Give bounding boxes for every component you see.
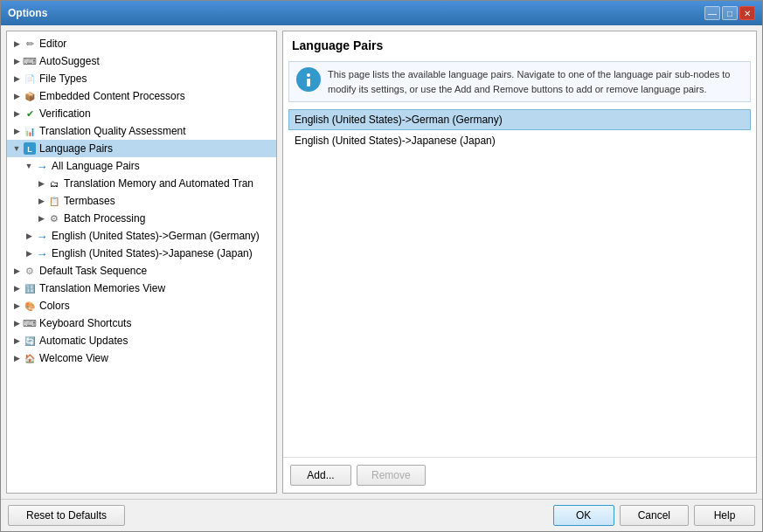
info-text: This page lists the available language p… (328, 67, 743, 96)
expander-verification: ▶ (10, 107, 23, 120)
window-controls: — □ ✕ (704, 6, 755, 20)
expander-tqa: ▶ (10, 125, 23, 137)
tree-label-welcome: Welcome View (39, 352, 108, 364)
panel-title: Language Pairs (292, 38, 747, 52)
expander-keyboard: ▶ (10, 317, 23, 329)
tree-item-tmview[interactable]: ▶ 🔢 Translation Memories View (7, 280, 276, 297)
info-box: This page lists the available language p… (288, 61, 751, 102)
expander-en-ja: ▶ (23, 247, 35, 259)
batch-icon: ⚙ (47, 211, 61, 225)
list-item-en-ja[interactable]: English (United States)->Japanese (Japan… (288, 130, 751, 151)
reset-defaults-button[interactable]: Reset to Defaults (8, 505, 125, 526)
tree-item-langpairs[interactable]: ▼ L Language Pairs (7, 140, 276, 157)
tree-item-editor[interactable]: ▶ Editor (7, 35, 276, 52)
expander-filetypes: ▶ (10, 73, 23, 85)
expander-embedded: ▶ (10, 90, 23, 102)
tree-label-verification: Verification (39, 107, 91, 120)
en-de-icon (35, 229, 49, 243)
alllangpairs-icon (35, 159, 49, 173)
langpairs-icon: L (23, 142, 37, 155)
tree-item-termbases[interactable]: ▶ 📋 Termbases (7, 192, 276, 210)
expander-welcome: ▶ (10, 352, 23, 364)
welcome-icon: 🏠 (23, 351, 37, 365)
tree-item-batch[interactable]: ▶ ⚙ Batch Processing (7, 210, 276, 227)
window-title: Options (8, 7, 47, 19)
tree-item-tqa[interactable]: ▶ 📊 Translation Quality Assessment (7, 122, 276, 140)
tree-item-welcome[interactable]: ▶ 🏠 Welcome View (7, 349, 276, 367)
tree-item-filetypes[interactable]: ▶ 📄 File Types (7, 70, 276, 87)
expander-autosuggest: ▶ (10, 55, 23, 67)
help-button[interactable]: Help (694, 505, 755, 526)
right-panel: Language Pairs This page lists the avail… (282, 31, 757, 494)
embedded-icon: 📦 (23, 89, 37, 103)
content-area: ▶ Editor ▶ ⌨ AutoSuggest ▶ 📄 File Types … (1, 25, 762, 499)
tree-label-en-ja: English (United States)->Japanese (Japan… (52, 247, 253, 259)
add-button[interactable]: Add... (290, 465, 351, 486)
action-buttons: Add... Remove (283, 457, 756, 493)
tqa-icon: 📊 (23, 124, 37, 138)
remove-button[interactable]: Remove (357, 465, 426, 486)
svg-rect-4 (307, 79, 310, 86)
tree-label-colors: Colors (39, 300, 70, 312)
options-window: Options — □ ✕ ▶ Editor ▶ ⌨ AutoSuggest (0, 0, 763, 532)
tree-label-tmview: Translation Memories View (39, 282, 165, 294)
filetypes-icon: 📄 (23, 72, 37, 86)
en-ja-icon (35, 246, 49, 260)
tree-item-colors[interactable]: ▶ 🎨 Colors (7, 297, 276, 314)
termbases-icon: 📋 (47, 194, 61, 208)
expander-en-de: ▶ (23, 230, 35, 242)
info-icon (296, 67, 321, 92)
right-header: Language Pairs (283, 31, 756, 61)
language-pairs-list: English (United States)->German (Germany… (283, 109, 756, 457)
verification-icon: ✔ (23, 107, 37, 121)
tree-label-tm: Translation Memory and Automated Tran (64, 177, 253, 190)
tree-item-verification[interactable]: ▶ ✔ Verification (7, 105, 276, 122)
tree-label-keyboard: Keyboard Shortcuts (39, 317, 131, 329)
ok-button[interactable]: OK (553, 505, 614, 526)
tree-label-defaulttask: Default Task Sequence (39, 265, 147, 277)
title-bar: Options — □ ✕ (1, 1, 762, 25)
cancel-button[interactable]: Cancel (620, 505, 689, 526)
list-item-en-de[interactable]: English (United States)->German (Germany… (288, 109, 751, 130)
tree-label-termbases: Termbases (64, 195, 115, 207)
tree-label-langpairs: Language Pairs (39, 142, 113, 155)
expander-alllangpairs: ▼ (23, 160, 35, 172)
tree-item-en-de[interactable]: ▶ English (United States)->German (Germa… (7, 227, 276, 245)
maximize-button[interactable]: □ (722, 6, 738, 20)
tree-label-batch: Batch Processing (64, 212, 145, 225)
tree-item-tm[interactable]: ▶ 🗂 Translation Memory and Automated Tra… (7, 175, 276, 192)
expander-editor: ▶ (10, 38, 23, 50)
tree-label-alllangpairs: All Language Pairs (52, 160, 140, 172)
defaulttask-icon: ⚙ (23, 264, 37, 278)
expander-batch: ▶ (35, 212, 47, 225)
close-button[interactable]: ✕ (739, 6, 755, 20)
expander-colors: ▶ (10, 300, 23, 312)
tree-item-keyboard[interactable]: ▶ ⌨ Keyboard Shortcuts (7, 314, 276, 332)
expander-tm: ▶ (35, 177, 47, 190)
svg-text:L: L (27, 145, 32, 154)
tree-item-updates[interactable]: ▶ 🔄 Automatic Updates (7, 332, 276, 349)
tree-label-embedded: Embedded Content Processors (39, 90, 185, 102)
tree-label-en-de: English (United States)->German (Germany… (52, 230, 260, 242)
expander-tmview: ▶ (10, 282, 23, 294)
tree-label-autosuggest: AutoSuggest (39, 55, 100, 67)
minimize-button[interactable]: — (704, 6, 720, 20)
bottom-bar: Reset to Defaults OK Cancel Help (1, 499, 762, 531)
tree-item-embedded[interactable]: ▶ 📦 Embedded Content Processors (7, 87, 276, 105)
tree-panel: ▶ Editor ▶ ⌨ AutoSuggest ▶ 📄 File Types … (6, 31, 277, 494)
tree-item-en-ja[interactable]: ▶ English (United States)->Japanese (Jap… (7, 245, 276, 262)
tree-item-defaulttask[interactable]: ▶ ⚙ Default Task Sequence (7, 262, 276, 280)
expander-langpairs: ▼ (10, 142, 23, 155)
expander-termbases: ▶ (35, 195, 47, 207)
tree-label-updates: Automatic Updates (39, 335, 128, 347)
tm-icon: 🗂 (47, 176, 61, 190)
updates-icon: 🔄 (23, 334, 37, 348)
colors-icon: 🎨 (23, 299, 37, 313)
tree-item-alllangpairs[interactable]: ▼ All Language Pairs (7, 157, 276, 175)
tree-item-autosuggest[interactable]: ▶ ⌨ AutoSuggest (7, 52, 276, 70)
editor-icon (23, 37, 37, 51)
tree-label-editor: Editor (39, 38, 66, 50)
tmview-icon: 🔢 (23, 281, 37, 295)
svg-point-3 (307, 73, 310, 77)
keyboard-icon: ⌨ (23, 316, 37, 330)
